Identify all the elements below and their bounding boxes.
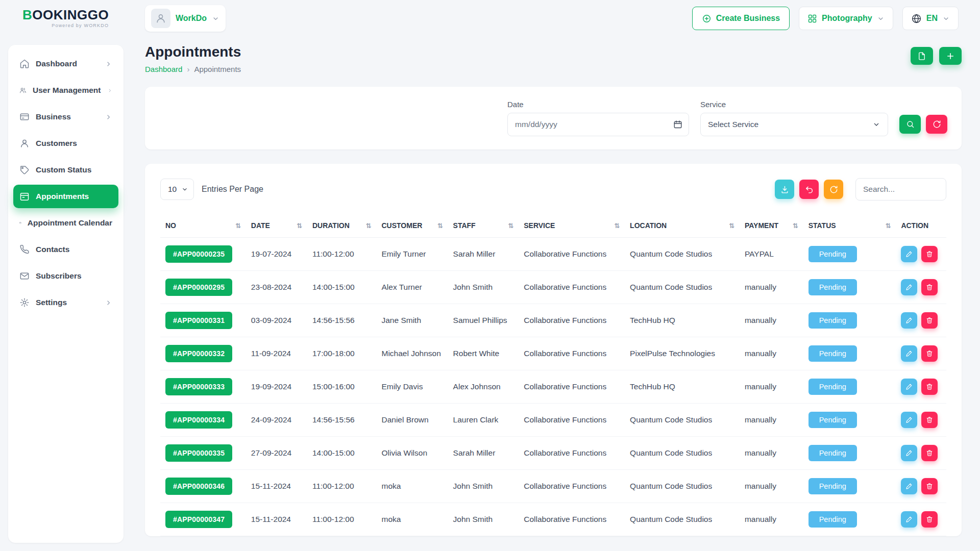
sidebar-item-business[interactable]: Business [13,105,118,129]
language-switcher-button[interactable]: EN [902,7,959,30]
table-search-input[interactable] [855,178,946,201]
mail-icon [19,271,30,281]
pencil-icon [905,317,913,324]
edit-button[interactable] [901,412,917,428]
export-button[interactable] [911,47,933,65]
sidebar-item-subscribers[interactable]: Subscribers [13,264,118,288]
column-header-location[interactable]: LOCATION⇅ [625,214,740,238]
column-header-status[interactable]: STATUS⇅ [803,214,896,238]
add-appointment-button[interactable] [939,47,962,65]
appointment-id-badge[interactable]: #APP00000334 [165,411,232,429]
edit-button[interactable] [901,345,917,362]
sort-icon[interactable]: ⇅ [793,222,798,230]
appointment-id-badge[interactable]: #APP00000332 [165,345,232,362]
delete-button[interactable] [921,379,938,395]
sidebar-item-contacts[interactable]: Contacts [13,238,118,261]
edit-button[interactable] [901,478,917,494]
sidebar-item-appointment-calendar[interactable]: Appointment Calendar [13,211,118,235]
trash-icon [926,317,933,324]
sort-icon[interactable]: ⇅ [366,222,372,230]
sort-icon[interactable]: ⇅ [614,222,620,230]
delete-button[interactable] [921,246,938,262]
workspace-switcher[interactable]: WorkDo [145,5,226,32]
refresh-button[interactable] [824,180,843,199]
edit-button[interactable] [901,246,917,262]
sidebar-item-custom-status[interactable]: Custom Status [13,158,118,182]
app-logo[interactable]: BOOKINGGO Powered by WORKDO [22,8,109,28]
delete-button[interactable] [921,511,938,528]
column-header-date[interactable]: DATE⇅ [246,214,307,238]
cell-service: Collaborative Functions [519,271,625,304]
edit-button[interactable] [901,511,917,528]
column-header-service[interactable]: SERVICE⇅ [519,214,625,238]
delete-button[interactable] [921,345,938,362]
filter-search-button[interactable] [899,115,921,134]
breadcrumb: Dashboard›Appointments [145,65,241,73]
column-header-duration[interactable]: DURATION⇅ [307,214,377,238]
workspace-avatar [151,9,170,28]
sort-icon[interactable]: ⇅ [235,222,241,230]
cell-duration: 14:56-15:56 [307,304,377,337]
date-input[interactable] [507,113,689,136]
appointment-id-badge[interactable]: #APP00000333 [165,378,232,395]
delete-button[interactable] [921,445,938,461]
appointment-id-badge[interactable]: #APP00000347 [165,511,232,528]
edit-button[interactable] [901,445,917,461]
cell-location: PixelPulse Technologies [625,337,740,370]
sort-icon[interactable]: ⇅ [297,222,302,230]
logo-first-letter: B [22,7,32,22]
chevron-down-icon [212,15,219,22]
create-business-button[interactable]: Create Business [692,7,790,30]
delete-button[interactable] [921,279,938,295]
cell-payment: manually [740,503,803,536]
column-header-payment[interactable]: PAYMENT⇅ [740,214,803,238]
delete-button[interactable] [921,478,938,494]
edit-button[interactable] [901,312,917,329]
appointment-id-badge[interactable]: #APP00000235 [165,245,232,263]
cell-location: Quantum Code Studios [625,271,740,304]
sidebar-item-customers[interactable]: Customers [13,132,118,155]
delete-button[interactable] [921,312,938,329]
appointment-id-badge[interactable]: #APP00000295 [165,279,232,296]
undo-button[interactable] [799,180,819,199]
delete-button[interactable] [921,412,938,428]
sort-icon[interactable]: ⇅ [729,222,734,230]
sidebar-item-label: Appointments [36,192,89,201]
sidebar-item-user-management[interactable]: User Management [13,79,118,102]
column-label: LOCATION [630,221,667,230]
service-select[interactable]: Select Service [700,113,888,136]
column-header-staff[interactable]: STAFF⇅ [448,214,519,238]
sidebar-item-settings[interactable]: Settings [13,291,118,314]
appointment-id-badge[interactable]: #APP00000346 [165,478,232,495]
trash-icon [926,416,933,423]
table-row: #APP00000295 23-08-2024 14:00-15:00 Alex… [160,271,946,304]
sidebar-item-appointments[interactable]: Appointments [13,185,118,208]
entries-per-page-select[interactable]: 10 [160,179,194,200]
module-switcher-button[interactable]: Photography [799,7,893,30]
column-header-customer[interactable]: CUSTOMER⇅ [376,214,448,238]
chevron-down-icon [181,186,188,193]
column-header-no[interactable]: NO⇅ [160,214,246,238]
edit-button[interactable] [901,379,917,395]
entries-per-page-value: 10 [168,185,177,194]
pencil-icon [905,516,913,523]
cell-customer: Alex Turner [376,271,448,304]
sort-icon[interactable]: ⇅ [508,222,513,230]
sidebar-item-label: Dashboard [36,59,77,68]
table-row: #APP00000235 19-07-2024 11:00-12:00 Emil… [160,238,946,271]
sort-icon[interactable]: ⇅ [437,222,443,230]
appointment-id-badge[interactable]: #APP00000331 [165,312,232,329]
sort-icon[interactable]: ⇅ [885,222,891,230]
row-actions [901,345,941,362]
row-actions [901,412,941,428]
download-button[interactable] [775,180,794,199]
filter-reset-button[interactable] [926,115,947,134]
appointment-id-badge[interactable]: #APP00000335 [165,444,232,462]
home-icon [19,59,30,69]
sidebar-item-dashboard[interactable]: Dashboard [13,52,118,76]
logo-rest: OOKINGGO [32,7,109,22]
edit-button[interactable] [901,279,917,295]
row-actions [901,445,941,461]
status-badge: Pending [808,412,857,428]
breadcrumb-link-dashboard[interactable]: Dashboard [145,65,182,73]
